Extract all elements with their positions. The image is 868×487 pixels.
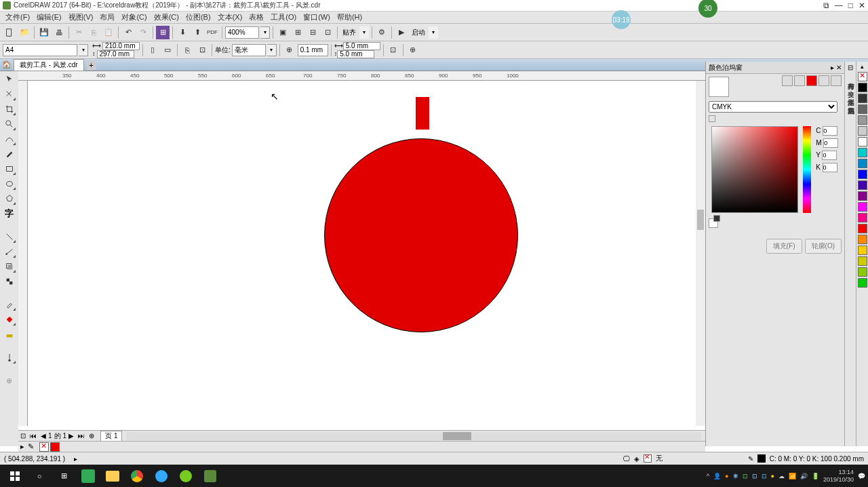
c-input[interactable] [823, 126, 837, 136]
rectangle-tool[interactable] [3, 162, 16, 176]
color-swatch[interactable] [858, 159, 867, 168]
shape-tool[interactable] [3, 87, 16, 101]
page-options-icon[interactable]: ⊡ [18, 432, 28, 440]
volume-icon[interactable]: 🔊 [800, 473, 808, 480]
portrait-icon[interactable]: ▯ [146, 43, 159, 57]
zoom-dropdown[interactable]: ▾ [260, 26, 270, 39]
guidelines-icon[interactable]: ⊟ [306, 26, 319, 39]
restore-icon[interactable]: ⧉ [823, 1, 829, 10]
palette-up-icon[interactable]: ▴ [856, 62, 868, 71]
zoom-tool[interactable] [3, 117, 16, 131]
color-swatch[interactable] [858, 126, 867, 136]
clock-time[interactable]: 13:14 [823, 469, 854, 476]
k-input[interactable] [823, 163, 837, 172]
tab-color[interactable]: 颜色泊坞窗 [845, 98, 856, 106]
doc-color-swatch[interactable] [50, 442, 60, 452]
tray-up-icon[interactable]: ^ [707, 473, 709, 480]
page-width[interactable] [102, 42, 140, 50]
battery-icon[interactable]: 🔋 [812, 473, 819, 480]
ellipse-tool[interactable] [3, 177, 16, 191]
outline-button[interactable]: 轮廓(O) [805, 239, 842, 254]
crop-tool[interactable] [3, 102, 16, 116]
copy-icon[interactable]: ⎘ [87, 26, 100, 39]
treat-as-filled-icon[interactable]: ⊡ [387, 43, 400, 57]
explorer-icon[interactable] [100, 467, 125, 486]
app2-icon[interactable] [149, 467, 174, 486]
paste-icon[interactable]: 📋 [102, 26, 115, 39]
import-icon[interactable]: ⬇ [176, 26, 189, 39]
prev-page-icon[interactable]: ◀ [39, 432, 48, 440]
chrome-icon[interactable] [125, 467, 149, 486]
save-icon[interactable]: 💾 [37, 26, 51, 39]
color-model-select[interactable]: CMYK [709, 101, 837, 113]
print-icon[interactable]: 🖶 [52, 26, 66, 39]
onedrive-icon[interactable]: ☁ [778, 473, 785, 480]
fill-swatch-status[interactable]: ◈ [634, 455, 639, 463]
eyedropper-icon[interactable]: ✎ [28, 442, 37, 452]
color-swatch[interactable] [858, 115, 867, 125]
menu-bitmap[interactable]: 位图(B) [183, 12, 214, 22]
proof-icon[interactable]: 🖵 [623, 455, 630, 463]
color-swatch[interactable] [858, 94, 867, 103]
export-icon[interactable]: ⬆ [191, 26, 204, 39]
tray-icon[interactable]: ❋ [733, 473, 738, 480]
all-pages-icon[interactable]: ⎘ [180, 43, 194, 57]
coreldraw-taskbar-icon[interactable] [198, 467, 222, 486]
canvas-area[interactable]: ↖ [28, 81, 705, 426]
horizontal-scrollbar[interactable] [126, 432, 701, 440]
color-swatch[interactable] [858, 148, 867, 157]
docker-close-icon[interactable]: ✕ [836, 64, 842, 71]
status-next-icon[interactable]: ▸ [74, 455, 77, 463]
color-swatch[interactable] [858, 191, 867, 201]
launch-label[interactable]: 启动 [410, 28, 427, 37]
nudge-input[interactable] [298, 44, 328, 56]
people-icon[interactable]: 👤 [713, 473, 721, 480]
artistic-media-tool[interactable] [3, 147, 16, 161]
page-tab[interactable]: 页 1 [100, 431, 122, 442]
start-icon[interactable] [3, 467, 27, 486]
menu-layout[interactable]: 布局 [97, 12, 117, 22]
color-swatch[interactable] [858, 213, 867, 222]
menu-view[interactable]: 视图(V) [66, 12, 96, 22]
search-icon[interactable]: ⊞ [156, 26, 170, 39]
outline-tool[interactable] [3, 351, 16, 364]
fill-button[interactable]: 填充(F) [766, 239, 802, 254]
hue-slider[interactable] [803, 126, 811, 213]
close-icon[interactable]: ✕ [859, 1, 865, 10]
tray-icon[interactable]: ⊡ [752, 473, 757, 480]
grid-icon[interactable]: ⊞ [291, 26, 304, 39]
color-swatch[interactable] [858, 170, 867, 179]
unit-dropdown[interactable]: ▾ [267, 44, 277, 56]
palette-arrow-icon[interactable]: ▸ [18, 442, 26, 451]
color-swatch[interactable] [858, 278, 867, 288]
first-page-icon[interactable]: ⏮ [28, 432, 39, 440]
color-swatch[interactable] [858, 224, 867, 233]
color-swatch[interactable] [858, 267, 867, 277]
color-gradient-picker[interactable] [711, 126, 798, 213]
doc-tab-1[interactable]: 裁剪工具 - 风景.cdr [14, 59, 84, 71]
rectangle-shape[interactable] [416, 97, 429, 130]
eyedropper-tool[interactable] [3, 298, 16, 311]
dup-y[interactable] [337, 50, 374, 58]
options-icon[interactable]: ⚙ [375, 26, 389, 39]
docker-expand-icon[interactable]: ⊟ [848, 62, 853, 73]
polygon-tool[interactable] [3, 192, 16, 206]
tab-transform[interactable]: 变换 [845, 81, 856, 90]
no-fill-swatch[interactable]: ✕ [39, 442, 49, 452]
menu-table[interactable]: 表格 [246, 12, 267, 22]
redo-icon[interactable]: ↷ [136, 26, 150, 39]
new-tab-icon[interactable]: + [87, 60, 96, 70]
no-color-swatch[interactable]: ✕ [858, 72, 867, 81]
clock-date[interactable]: 2019/10/30 [823, 476, 854, 484]
viewer-mode-icon[interactable] [806, 75, 817, 86]
outline-pen-icon[interactable]: ✎ [748, 455, 753, 463]
color-swatch[interactable] [858, 180, 867, 190]
color-swatch[interactable] [858, 256, 867, 266]
menu-icon[interactable] [831, 75, 842, 86]
eyedropper-mini-icon[interactable] [782, 75, 793, 86]
tray-icon[interactable]: ⊡ [743, 473, 748, 480]
zoom-input[interactable] [225, 26, 259, 39]
transparency-tool[interactable] [3, 275, 16, 288]
tab-text[interactable]: 文本属性 [845, 90, 856, 98]
launch-dropdown[interactable]: ▾ [429, 26, 438, 39]
